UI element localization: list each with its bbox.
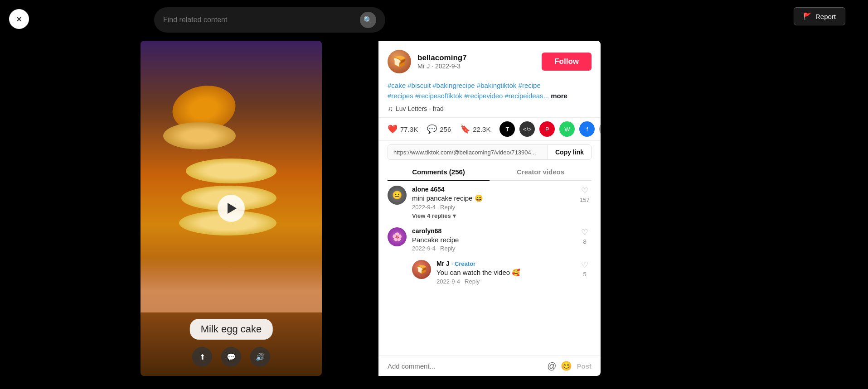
comment-input[interactable] <box>388 362 543 370</box>
view-replies-text: View 4 replies <box>412 212 451 219</box>
at-mention-button[interactable]: @ <box>547 361 556 371</box>
video-caption: Milk egg cake <box>190 319 273 340</box>
tag-cake[interactable]: #cake <box>388 82 406 89</box>
share-icon: ⬆ <box>199 353 205 361</box>
tag-recipeideas[interactable]: #recipeideas... <box>505 92 549 100</box>
report-button[interactable]: 🚩 Report <box>794 7 845 25</box>
share-forward-button[interactable]: ➤ <box>599 121 601 137</box>
search-icon: 🔍 <box>364 16 373 24</box>
comment-likes: ♡ 8 <box>578 227 592 245</box>
post-comment-button[interactable]: Post <box>577 362 592 370</box>
commenter-avatar-icon: 🍞 <box>417 264 427 274</box>
comment-avatar: 🍞 <box>412 260 431 279</box>
likes-stat[interactable]: ❤️ 77.3K <box>388 124 418 134</box>
comment-meta: 2022-9-4 Reply <box>412 245 572 252</box>
tag-bakingtiktok[interactable]: #bakingtiktok <box>477 82 517 89</box>
play-button[interactable] <box>218 195 245 222</box>
avatar: 🍞 <box>388 50 411 73</box>
stats-row: ❤️ 77.3K 💬 256 🔖 22.3K T </ <box>378 117 601 141</box>
close-button[interactable]: × <box>9 9 29 29</box>
comment-avatar: 😐 <box>388 186 407 205</box>
comment-like-button[interactable]: ♡ <box>581 260 588 270</box>
main-content: Milk egg cake ▲ ▼ ⬆ 💬 🔊 <box>141 41 601 376</box>
comment-username: Mr J · Creator <box>436 260 572 267</box>
search-bar: 🔍 <box>154 7 385 33</box>
flag-icon: 🚩 <box>803 12 812 20</box>
tag-recipe[interactable]: #recipe <box>519 82 541 89</box>
likes-count: 77.3K <box>400 125 418 133</box>
comment-text: Pancake recipe <box>412 236 572 244</box>
volume-control-button[interactable]: 🔊 <box>250 347 270 367</box>
tab-creator-videos[interactable]: Creator videos <box>490 163 592 181</box>
comment-body: Mr J · Creator You can watch the video 🥰… <box>436 260 572 285</box>
share-facebook-button[interactable]: f <box>579 121 595 137</box>
search-input[interactable] <box>163 16 355 24</box>
comment-reply-link[interactable]: Reply <box>465 278 480 285</box>
tag-recipes[interactable]: #recipes <box>388 92 413 100</box>
share-whatsapp-button[interactable]: W <box>559 121 575 137</box>
more-tags-link[interactable]: more <box>551 92 567 100</box>
pinterest-icon: P <box>545 126 549 133</box>
comment-like-button[interactable]: ♡ <box>581 227 588 237</box>
comment-like-count: 8 <box>583 238 586 245</box>
comment-username: alone 4654 <box>412 186 572 193</box>
music-row: ♫ Luv Letters - frad <box>378 103 601 117</box>
follow-button[interactable]: Follow <box>542 53 592 71</box>
comments-count: 256 <box>440 125 451 133</box>
comment-like-button[interactable]: ♡ <box>581 186 588 196</box>
emoji-picker-button[interactable]: 😊 <box>561 360 572 371</box>
username: bellacoming7 <box>417 53 535 62</box>
share-control-button[interactable]: ⬆ <box>192 347 212 367</box>
comment-action-icons: @ 😊 <box>547 360 572 371</box>
music-label: Luv Letters - frad <box>396 105 444 112</box>
caption-control-button[interactable]: 💬 <box>221 347 241 367</box>
search-icon-button[interactable]: 🔍 <box>360 12 376 28</box>
chevron-down-small-icon: ▾ <box>453 212 456 219</box>
comment-reply-link[interactable]: Reply <box>440 245 455 252</box>
video-panel: Milk egg cake ▲ ▼ ⬆ 💬 🔊 <box>141 41 322 376</box>
view-replies-button[interactable]: View 4 replies ▾ <box>412 212 572 219</box>
comment-item: 🌸 carolyn68 Pancake recipe 2022-9-4 Repl… <box>388 227 592 252</box>
caption-text: Milk egg cake <box>201 323 262 335</box>
hands-visual <box>141 258 322 312</box>
comment-avatar: 🌸 <box>388 227 407 246</box>
tabs-bar: Comments (256) Creator videos <box>388 163 592 181</box>
comment-body: alone 4654 mini pancake recipe 😄 2022-9-… <box>412 186 572 219</box>
tag-recipesoftiktok[interactable]: #recipesoftiktok <box>415 92 462 100</box>
comment-text: mini pancake recipe 😄 <box>412 194 572 202</box>
heart-icon: ❤️ <box>388 124 398 134</box>
comment-date: 2022-9-4 <box>436 278 460 285</box>
comment-like-count: 157 <box>580 197 590 203</box>
bookmarks-stat[interactable]: 🔖 22.3K <box>460 124 490 134</box>
comment-meta: 2022-9-4 Reply <box>436 278 572 285</box>
share-embed-button[interactable]: </> <box>519 121 535 137</box>
comment-username: carolyn68 <box>412 227 572 235</box>
comment-reply-link[interactable]: Reply <box>440 204 455 211</box>
tags-section: #cake #biscuit #bakingrecipe #bakingtikt… <box>378 78 601 103</box>
comment-item: 😐 alone 4654 mini pancake recipe 😄 2022-… <box>388 186 592 219</box>
tag-recipevideo[interactable]: #recipevideo <box>464 92 503 100</box>
copy-link-button[interactable]: Copy link <box>548 145 591 159</box>
comments-stat[interactable]: 💬 256 <box>427 124 451 134</box>
comment-likes: ♡ 157 <box>578 186 592 203</box>
comment-likes: ♡ 5 <box>578 260 592 278</box>
creator-badge: · Creator <box>451 260 475 267</box>
facebook-icon: f <box>587 126 588 133</box>
comment-date: 2022-9-4 <box>412 204 436 211</box>
video-controls: ⬆ 💬 🔊 <box>141 342 322 371</box>
user-subtitle: Mr J · 2022-9-3 <box>417 62 535 70</box>
creator-name: Mr J <box>436 260 450 267</box>
comment-item-reply: 🍞 Mr J · Creator You can watch the video… <box>412 260 592 285</box>
share-tiktok-button[interactable]: T <box>499 121 515 137</box>
comment-text: You can watch the video 🥰 <box>436 269 572 277</box>
right-panel: 🍞 bellacoming7 Mr J · 2022-9-3 Follow #c… <box>378 41 601 376</box>
music-note-icon: ♫ <box>388 105 393 113</box>
whatsapp-icon: W <box>564 126 570 133</box>
comment-meta: 2022-9-4 Reply <box>412 204 572 211</box>
overlay: × 🔍 🚩 Report <box>0 0 868 389</box>
share-pinterest-button[interactable]: P <box>539 121 555 137</box>
tab-comments[interactable]: Comments (256) <box>388 163 490 181</box>
tag-bakingrecipe[interactable]: #bakingrecipe <box>432 82 475 89</box>
bookmark-icon: 🔖 <box>460 124 470 134</box>
tag-biscuit[interactable]: #biscuit <box>407 82 431 89</box>
